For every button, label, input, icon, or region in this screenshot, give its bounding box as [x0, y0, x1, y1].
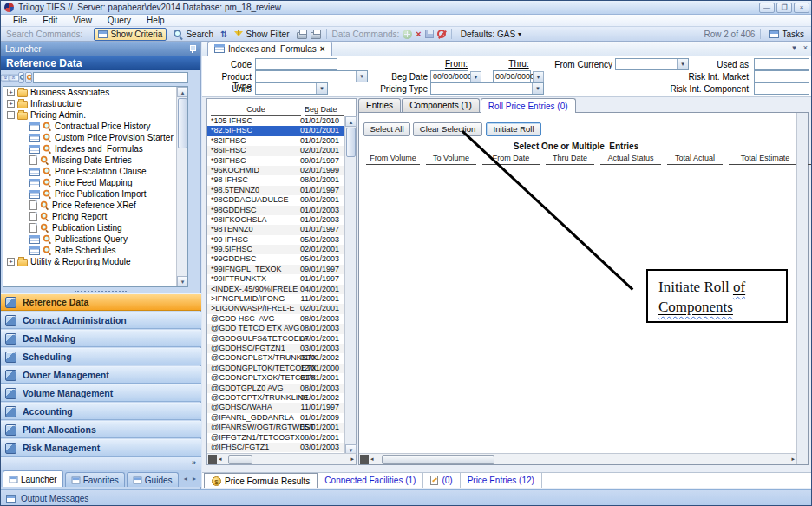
- chevron-down-icon[interactable]: ▾: [470, 71, 481, 82]
- list-row[interactable]: @IFHSC/FGTZ1 03/01/2003: [207, 443, 345, 452]
- restore-button[interactable]: ❐: [776, 3, 792, 13]
- list-row[interactable]: @GDD TETCO ETX AVG 08/01/2003: [207, 324, 345, 333]
- menu-item[interactable]: Query: [101, 16, 138, 25]
- tab-list-dropdown-icon[interactable]: ▾: [792, 43, 796, 52]
- module-nav-button[interactable]: Volume Management: [1, 384, 201, 402]
- menu-item[interactable]: Edit: [36, 16, 64, 25]
- code-column-header[interactable]: Code: [211, 105, 301, 116]
- module-nav-button[interactable]: Accounting: [1, 403, 201, 420]
- tree-leaf-item[interactable]: Price Publication Import: [3, 188, 187, 200]
- list-row[interactable]: *99IFNGPL_TEXOK 09/01/1997: [207, 265, 345, 274]
- overflow-chevron-icon[interactable]: »: [192, 458, 196, 467]
- tree-leaf-item[interactable]: Missing Date Entries: [3, 154, 187, 166]
- list-row[interactable]: >LIGONWASP/IFREL-E 02/01/2001: [207, 304, 345, 313]
- list-row[interactable]: *99GDDHSC 05/01/2003: [207, 254, 345, 264]
- pricing-type-dropdown[interactable]: ▾: [430, 82, 544, 95]
- entries-column-header[interactable]: To Volume: [426, 154, 476, 165]
- tree-leaf-item[interactable]: Price Feed Mapping: [3, 177, 187, 188]
- list-row[interactable]: *99 IFHSC 05/01/2003: [207, 235, 345, 245]
- tree-filter-input[interactable]: [33, 72, 188, 83]
- entries-column-header[interactable]: Entry Formula: [808, 154, 812, 165]
- used-as-input[interactable]: [754, 58, 809, 70]
- clear-selection-button[interactable]: Clear Selection: [413, 122, 482, 136]
- scroll-up-icon[interactable]: ▴: [345, 116, 357, 127]
- expand-all-button[interactable]: «: [8, 75, 19, 82]
- tree-leaf-item[interactable]: Price Escalation Clause: [3, 166, 187, 177]
- search-button[interactable]: Search: [170, 29, 217, 40]
- print-preview-icon[interactable]: [311, 32, 321, 39]
- expand-icon[interactable]: +: [7, 89, 15, 96]
- tree-folder-pricing-admin[interactable]: − Pricing Admin.: [3, 109, 187, 121]
- entries-tab[interactable]: Entries: [358, 98, 401, 112]
- list-row[interactable]: *99IFTRUNKTX 01/01/1997: [207, 274, 345, 284]
- menu-item[interactable]: View: [66, 16, 99, 25]
- scroll-down-icon[interactable]: ▾: [177, 276, 188, 286]
- tab-scroll-arrows[interactable]: ◂ ▸: [184, 475, 198, 483]
- results-tab[interactable]: Price Entries (12): [461, 473, 542, 488]
- tab-indexes-and-formulas[interactable]: Indexes and Formulas ×: [207, 41, 332, 56]
- scroll-right-icon[interactable]: ▸: [350, 456, 354, 463]
- list-row[interactable]: >IFNGPLMID/IFONG 11/01/2001: [207, 294, 345, 304]
- scrollbar-gripper[interactable]: [208, 455, 217, 464]
- list-row[interactable]: @GDDNGPLTOK/TETCOETX 12/01/2000: [207, 364, 345, 373]
- sort-icon[interactable]: ⇅: [220, 30, 227, 39]
- list-row[interactable]: *93IFHSC 09/01/1997: [207, 156, 345, 166]
- nav-overflow-bar[interactable]: »: [1, 457, 201, 470]
- list-row[interactable]: <INDEX-.45/90%IFRELE 04/01/2001: [207, 285, 345, 294]
- chevron-down-icon[interactable]: ▾: [677, 59, 688, 69]
- module-nav-button[interactable]: Plant Allocations: [1, 421, 201, 438]
- scrollbar-gripper[interactable]: [360, 455, 369, 464]
- chevron-down-icon[interactable]: ▾: [356, 71, 367, 82]
- list-row[interactable]: *86IFHSC 02/01/2001: [207, 146, 345, 155]
- tasks-button[interactable]: Tasks: [766, 29, 808, 40]
- list-row[interactable]: @IFANRSW/OGT/RGTWEST 05/01/2001: [207, 423, 345, 432]
- entries-vertical-scrollbar[interactable]: [796, 113, 808, 464]
- module-nav-button[interactable]: Reference Data: [1, 293, 201, 311]
- entries-column-header[interactable]: Thru Date: [546, 154, 594, 165]
- tree-leaf-item[interactable]: Indexes and Formulas: [3, 143, 187, 154]
- add-record-icon[interactable]: [403, 30, 412, 39]
- list-row[interactable]: *96KOCHMID 02/01/1999: [207, 166, 345, 175]
- list-row[interactable]: @GDHSC/WAHA 11/01/1997: [207, 403, 345, 412]
- results-tab[interactable]: (0): [423, 473, 460, 488]
- scrollbar-thumb[interactable]: [178, 98, 187, 148]
- list-row[interactable]: *82.5IFHSC 01/01/2001: [207, 126, 345, 135]
- list-row[interactable]: @GDDTGPTX/TRUNKLINE 01/01/2002: [207, 393, 345, 403]
- minimize-button[interactable]: —: [759, 3, 775, 13]
- scroll-left-icon[interactable]: ◂: [370, 456, 374, 463]
- entries-column-header[interactable]: Total Actual: [667, 154, 723, 165]
- module-nav-button[interactable]: Contract Administration: [1, 312, 201, 329]
- beg-date-from-field[interactable]: 00/00/0000 ▾: [430, 70, 468, 82]
- list-row[interactable]: *98GDDAGUADULCE 09/01/2001: [207, 195, 345, 205]
- scroll-up-icon[interactable]: ▴: [177, 87, 188, 97]
- tree-leaf-item[interactable]: Publication Listing: [3, 222, 187, 233]
- scrollbar-thumb[interactable]: [346, 128, 356, 157]
- risk-int-component-input[interactable]: [754, 82, 809, 95]
- launcher-tab[interactable]: Favorites: [65, 472, 125, 487]
- expand-icon[interactable]: +: [7, 100, 15, 108]
- output-messages-bar[interactable]: Output Messages: [1, 489, 812, 506]
- risk-int-market-input[interactable]: [754, 70, 809, 82]
- tree-folder-business-associates[interactable]: + Business Associates: [3, 87, 187, 98]
- tree-leaf-item[interactable]: Contractual Price History: [3, 121, 187, 132]
- initiate-roll-button[interactable]: Initiate Roll: [486, 122, 541, 136]
- product-type-dropdown[interactable]: ▾: [255, 70, 368, 82]
- tree-leaf-item[interactable]: Custom Price Provision Starter: [3, 132, 187, 143]
- launcher-tab[interactable]: Guides: [127, 472, 179, 487]
- tree-folder-utility-reporting[interactable]: + Utility & Reporting Module: [3, 256, 187, 267]
- entries-tab[interactable]: Components (1): [402, 98, 480, 112]
- list-row[interactable]: @IFFGTZN1/TETCOSTX 08/01/2001: [207, 433, 345, 443]
- select-all-button[interactable]: Select All: [363, 122, 410, 136]
- list-row[interactable]: *98GDDHSC 01/01/2003: [207, 206, 345, 215]
- tree-leaf-item[interactable]: Pricing Report: [3, 211, 187, 222]
- tree-folder-infrastructure[interactable]: + Infrastructure: [3, 98, 187, 109]
- list-row[interactable]: @GDDNGPLTXOK/TETCETX 01/01/2001: [207, 373, 345, 383]
- chevron-down-icon[interactable]: ▾: [532, 83, 543, 94]
- module-nav-button[interactable]: Risk Management: [1, 439, 201, 457]
- close-document-icon[interactable]: ×: [803, 43, 808, 52]
- list-row[interactable]: *98TENNZ0 01/01/1997: [207, 225, 345, 234]
- launcher-tab[interactable]: Launcher: [3, 470, 63, 487]
- tree-leaf-item[interactable]: Publications Query: [3, 233, 187, 245]
- tree-query-button[interactable]: [25, 72, 32, 83]
- tree-scrollbar[interactable]: ▴ ▾: [176, 87, 187, 286]
